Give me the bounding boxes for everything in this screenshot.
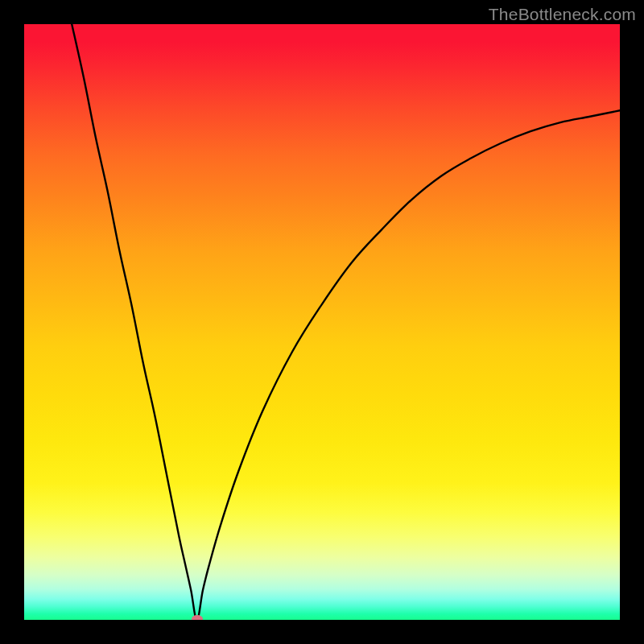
curve-minimum-marker [192,615,203,620]
plot-area [24,24,620,620]
watermark-text: TheBottleneck.com [489,5,636,24]
bottleneck-curve [24,24,620,620]
chart-frame: TheBottleneck.com [0,0,644,644]
